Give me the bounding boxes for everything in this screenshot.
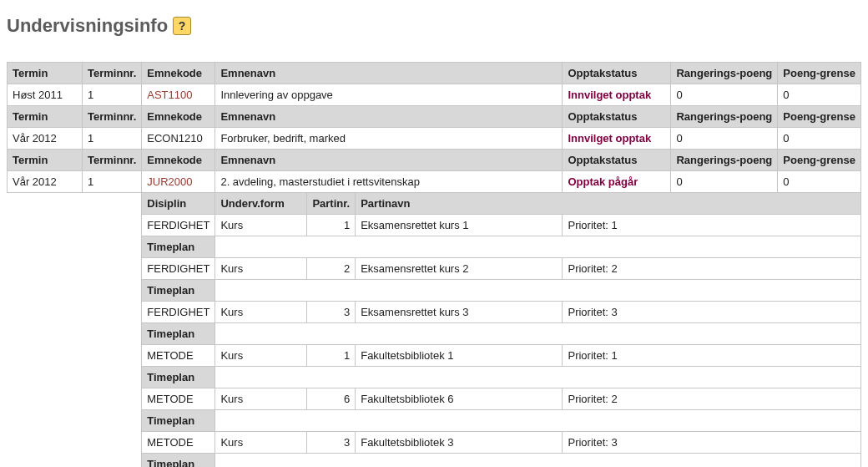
cell-terminnr: 1 xyxy=(83,171,142,193)
col-terminnr: Terminnr. xyxy=(83,150,142,171)
col-status: Opptakstatus xyxy=(563,106,671,128)
col-emnekode: Emnekode xyxy=(142,150,215,171)
cell-disiplin: METODE xyxy=(142,432,215,454)
cell-emnenavn: Forbruker, bedrift, marked xyxy=(215,128,563,150)
col-status: Opptakstatus xyxy=(563,150,671,171)
timeplan-header[interactable]: Timeplan xyxy=(142,410,215,432)
prioritet-label: Prioritet: xyxy=(568,306,611,318)
cell-form: Kurs xyxy=(215,302,307,323)
col-emnekode: Emnekode xyxy=(142,106,215,128)
cell-navn: Fakultetsbibliotek 1 xyxy=(356,345,563,367)
timeplan-header[interactable]: Timeplan xyxy=(142,236,215,258)
col-rangpoeng: Rangerings-poeng xyxy=(671,63,778,84)
prioritet-label: Prioritet: xyxy=(568,349,611,362)
col-termin: Termin xyxy=(8,63,83,84)
prioritet-label: Prioritet: xyxy=(568,219,611,231)
col-termin: Termin xyxy=(8,150,83,171)
cell-status: Opptak pågår xyxy=(563,171,671,193)
timeplan-empty xyxy=(215,410,861,432)
prioritet-value: 1 xyxy=(611,349,617,362)
cell-form: Kurs xyxy=(215,432,307,454)
header-row: Termin Terminnr. Emnekode Emnenavn Oppta… xyxy=(8,150,861,171)
cell-nr: 1 xyxy=(307,345,356,367)
indent-area xyxy=(8,193,142,468)
prioritet-value: 2 xyxy=(611,393,617,405)
prioritet-label: Prioritet: xyxy=(568,436,611,449)
cell-prioritet: Prioritet: 1 xyxy=(563,345,861,367)
timeplan-header[interactable]: Timeplan xyxy=(142,280,215,302)
teaching-info-table: Termin Terminnr. Emnekode Emnenavn Oppta… xyxy=(7,62,861,467)
cell-nr: 6 xyxy=(307,388,356,410)
cell-navn: Fakultetsbibliotek 6 xyxy=(356,388,563,410)
cell-poeng: 0 xyxy=(671,84,778,106)
cell-form: Kurs xyxy=(215,345,307,367)
col-emnenavn: Emnenavn xyxy=(215,150,563,171)
cell-terminnr: 1 xyxy=(83,84,142,106)
sub-header-row: Disiplin Underv.form Partinr. Partinavn xyxy=(8,193,861,215)
header-row: Termin Terminnr. Emnekode Emnenavn Oppta… xyxy=(8,63,861,84)
cell-grense: 0 xyxy=(778,128,861,150)
col-terminnr: Terminnr. xyxy=(83,106,142,128)
cell-form: Kurs xyxy=(215,258,307,280)
cell-navn: Eksamensrettet kurs 1 xyxy=(356,215,563,236)
cell-termin: Høst 2011 xyxy=(8,84,83,106)
page-title-text: Undervisningsinfo xyxy=(7,15,168,37)
cell-disiplin: FERDIGHET xyxy=(142,215,215,236)
cell-disiplin: FERDIGHET xyxy=(142,302,215,323)
cell-disiplin: FERDIGHET xyxy=(142,258,215,280)
timeplan-empty xyxy=(215,280,861,302)
col-rangpoeng: Rangerings-poeng xyxy=(671,106,778,128)
cell-status: Innvilget opptak xyxy=(563,128,671,150)
col-disiplin: Disiplin xyxy=(142,193,215,215)
cell-grense: 0 xyxy=(778,84,861,106)
col-rangpoeng: Rangerings-poeng xyxy=(671,150,778,171)
col-poenggrense: Poeng-grense xyxy=(778,150,861,171)
cell-navn: Eksamensrettet kurs 2 xyxy=(356,258,563,280)
col-poenggrense: Poeng-grense xyxy=(778,106,861,128)
timeplan-empty xyxy=(215,236,861,258)
cell-prioritet: Prioritet: 3 xyxy=(563,432,861,454)
cell-prioritet: Prioritet: 3 xyxy=(563,302,861,323)
cell-emnekode[interactable]: AST1100 xyxy=(142,84,215,106)
cell-termin: Vår 2012 xyxy=(8,128,83,150)
cell-nr: 2 xyxy=(307,258,356,280)
col-terminnr: Terminnr. xyxy=(83,63,142,84)
prioritet-value: 3 xyxy=(611,436,617,449)
page-title: Undervisningsinfo xyxy=(7,15,861,37)
prioritet-label: Prioritet: xyxy=(568,393,611,405)
col-partinavn: Partinavn xyxy=(356,193,861,215)
prioritet-value: 3 xyxy=(611,306,617,318)
cell-termin: Vår 2012 xyxy=(8,171,83,193)
cell-emnenavn: 2. avdeling, masterstudiet i rettsvitens… xyxy=(215,171,563,193)
timeplan-header[interactable]: Timeplan xyxy=(142,454,215,468)
cell-nr: 1 xyxy=(307,215,356,236)
cell-navn: Eksamensrettet kurs 3 xyxy=(356,302,563,323)
cell-grense: 0 xyxy=(778,171,861,193)
col-status: Opptakstatus xyxy=(563,63,671,84)
table-row: Vår 2012 1 JUR2000 2. avdeling, masterst… xyxy=(8,171,861,193)
timeplan-header[interactable]: Timeplan xyxy=(142,323,215,345)
cell-prioritet: Prioritet: 2 xyxy=(563,258,861,280)
help-icon[interactable] xyxy=(173,17,191,35)
cell-emnekode[interactable]: JUR2000 xyxy=(142,171,215,193)
cell-nr: 3 xyxy=(307,302,356,323)
col-poenggrense: Poeng-grense xyxy=(778,63,861,84)
header-row: Termin Terminnr. Emnekode Emnenavn Oppta… xyxy=(8,106,861,128)
col-termin: Termin xyxy=(8,106,83,128)
cell-emnekode[interactable]: ECON1210 xyxy=(142,128,215,150)
cell-form: Kurs xyxy=(215,215,307,236)
timeplan-header[interactable]: Timeplan xyxy=(142,367,215,388)
cell-terminnr: 1 xyxy=(83,128,142,150)
timeplan-empty xyxy=(215,454,861,468)
col-undervform: Underv.form xyxy=(215,193,307,215)
col-emnenavn: Emnenavn xyxy=(215,106,563,128)
cell-navn: Fakultetsbibliotek 3 xyxy=(356,432,563,454)
timeplan-empty xyxy=(215,323,861,345)
cell-poeng: 0 xyxy=(671,128,778,150)
col-emnenavn: Emnenavn xyxy=(215,63,563,84)
cell-poeng: 0 xyxy=(671,171,778,193)
cell-disiplin: METODE xyxy=(142,388,215,410)
cell-prioritet: Prioritet: 2 xyxy=(563,388,861,410)
cell-nr: 3 xyxy=(307,432,356,454)
timeplan-empty xyxy=(215,367,861,388)
